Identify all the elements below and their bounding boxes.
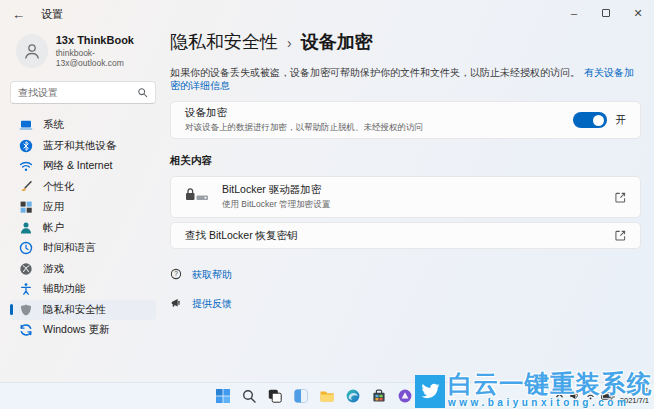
device-encryption-subtitle: 对该设备上的数据进行加密，以帮助防止脱机、未经授权的访问: [185, 122, 423, 134]
device-encryption-row: 设备加密 对该设备上的数据进行加密，以帮助防止脱机、未经授权的访问 开: [170, 101, 641, 139]
sidebar-item-windows-update[interactable]: Windows 更新: [10, 320, 156, 341]
brush-icon: [19, 180, 33, 194]
get-help-label: 获取帮助: [192, 268, 232, 282]
avatar: [16, 34, 48, 68]
sidebar-item-accessibility[interactable]: 辅助功能: [10, 279, 156, 300]
sidebar-item-network-internet[interactable]: 网络 & Internet: [10, 156, 156, 177]
sidebar-item-time-language[interactable]: 时间和语言: [10, 238, 156, 259]
sidebar-item-label: 系统: [43, 118, 64, 132]
profile-email: thinkbook-13x@outlook.com: [56, 48, 156, 68]
give-feedback-label: 提供反馈: [192, 297, 232, 311]
bitlocker-lock-icon: [185, 187, 209, 207]
task-view-icon[interactable]: [266, 387, 285, 406]
store-icon[interactable]: [370, 387, 389, 406]
sidebar-item-label: 蓝牙和其他设备: [43, 139, 117, 153]
device-encryption-toggle[interactable]: [573, 112, 607, 128]
main-content: 隐私和安全性 › 设备加密 如果你的设备丢失或被盗，设备加密可帮助保护你的文件和…: [170, 28, 641, 313]
shield-icon: [19, 303, 33, 317]
get-help-link[interactable]: ? 获取帮助: [170, 266, 641, 284]
close-button[interactable]: ✕: [622, 0, 654, 26]
find-bitlocker-recovery-key-link[interactable]: 查找 BitLocker 恢复密钥: [170, 222, 641, 249]
sidebar-item-label: 应用: [43, 200, 64, 214]
user-profile[interactable]: 13x ThinkBook thinkbook-13x@outlook.com: [16, 34, 156, 68]
settings-window: ← 设置 – ✕ 13x ThinkBook thinkbook-13x@out…: [0, 0, 654, 409]
external-link-icon: [615, 230, 626, 241]
profile-name: 13x ThinkBook: [56, 34, 156, 46]
help-section: ? 获取帮助 提供反馈: [170, 266, 641, 313]
sidebar: 13x ThinkBook thinkbook-13x@outlook.com …: [0, 28, 164, 381]
sidebar-item-bluetooth-devices[interactable]: 蓝牙和其他设备: [10, 136, 156, 157]
update-icon: [19, 323, 33, 337]
twitter-bird-icon: [415, 375, 445, 408]
svg-text:?: ?: [174, 270, 178, 277]
sidebar-item-label: 隐私和安全性: [43, 303, 106, 317]
sidebar-item-label: 辅助功能: [43, 282, 85, 296]
breadcrumb-parent[interactable]: 隐私和安全性: [170, 30, 278, 54]
description-text: 如果你的设备丢失或被盗，设备加密可帮助保护你的文件和文件夹，以防止未经授权的访问…: [170, 67, 580, 78]
page-description: 如果你的设备丢失或被盗，设备加密可帮助保护你的文件和文件夹，以防止未经授权的访问…: [170, 66, 641, 92]
app-purple-icon[interactable]: [396, 387, 415, 406]
question-icon: ?: [170, 266, 182, 284]
back-button[interactable]: ←: [12, 7, 25, 22]
sidebar-item-label: 帐户: [43, 221, 64, 235]
search-icon: [137, 84, 148, 102]
titlebar: ← 设置 – ✕: [0, 0, 654, 28]
widgets-icon[interactable]: [292, 387, 311, 406]
page-title: 设备加密: [301, 30, 373, 54]
sidebar-nav: 系统 蓝牙和其他设备 网络 & Internet 个性化 应用 帐户 时间和语言…: [10, 115, 156, 341]
clock-icon: [19, 241, 33, 255]
sidebar-item-label: 网络 & Internet: [43, 159, 112, 173]
sidebar-item-privacy-security[interactable]: 隐私和安全性: [10, 300, 156, 321]
apps-icon: [19, 200, 33, 214]
recovery-key-title: 查找 BitLocker 恢复密钥: [185, 229, 298, 243]
give-feedback-link[interactable]: 提供反馈: [170, 295, 641, 313]
breadcrumb-separator: ›: [287, 35, 292, 51]
xbox-icon: [19, 262, 33, 276]
system-icon: [19, 118, 33, 132]
sidebar-item-accounts[interactable]: 帐户: [10, 218, 156, 239]
watermark-brand-text: 白云一键重装系统: [448, 371, 652, 397]
sidebar-item-gaming[interactable]: 游戏: [10, 259, 156, 280]
sidebar-item-label: 个性化: [43, 180, 75, 194]
start-icon[interactable]: [214, 387, 233, 406]
toggle-state-label: 开: [616, 113, 627, 127]
watermark-url-text: www.baiyunxitong.com: [448, 397, 652, 408]
bitlocker-drive-encryption-link[interactable]: BitLocker 驱动器加密 使用 BitLocker 管理加密设置: [170, 176, 641, 218]
search-placeholder: 查找设置: [18, 86, 137, 100]
minimize-button[interactable]: –: [558, 0, 590, 26]
feedback-icon: [170, 295, 182, 313]
device-encryption-title: 设备加密: [185, 106, 423, 120]
sidebar-item-label: Windows 更新: [43, 323, 110, 337]
file-explorer-icon[interactable]: [318, 387, 337, 406]
sidebar-item-system[interactable]: 系统: [10, 115, 156, 136]
breadcrumb: 隐私和安全性 › 设备加密: [170, 30, 641, 54]
maximize-button[interactable]: [590, 0, 622, 26]
maximize-icon: [602, 9, 610, 17]
bluetooth-icon: [19, 139, 33, 153]
person-icon: [19, 221, 33, 235]
sidebar-item-personalization[interactable]: 个性化: [10, 177, 156, 198]
taskbar-search-icon[interactable]: [240, 387, 259, 406]
taskbar-icon-group: [214, 387, 441, 406]
wifi-icon: [19, 159, 33, 173]
edge-icon[interactable]: [344, 387, 363, 406]
window-title: 设置: [41, 7, 63, 22]
sidebar-item-apps[interactable]: 应用: [10, 197, 156, 218]
bitlocker-subtitle: 使用 BitLocker 管理加密设置: [222, 199, 330, 211]
search-input[interactable]: 查找设置: [10, 81, 156, 104]
watermark: 白云一键重装系统 www.baiyunxitong.com: [415, 371, 652, 408]
accessibility-icon: [19, 282, 33, 296]
window-controls: – ✕: [558, 0, 654, 26]
sidebar-item-label: 时间和语言: [43, 241, 96, 255]
external-link-icon: [615, 192, 626, 203]
bitlocker-title: BitLocker 驱动器加密: [222, 183, 330, 197]
sidebar-item-label: 游戏: [43, 262, 64, 276]
related-content-heading: 相关内容: [170, 154, 641, 168]
